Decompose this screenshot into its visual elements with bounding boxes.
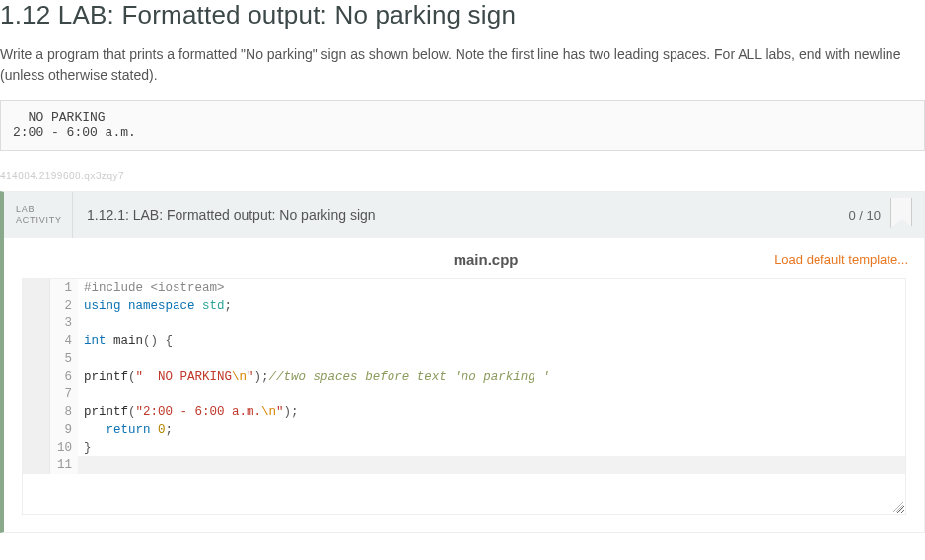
line-number: 11: [50, 456, 78, 474]
code-text[interactable]: [78, 315, 84, 332]
code-line[interactable]: 9 return 0;: [23, 421, 905, 439]
gutter: [36, 279, 50, 297]
gutter: [23, 385, 36, 403]
gutter: [23, 403, 36, 421]
gutter: [23, 332, 36, 350]
code-text[interactable]: #include <iostream>: [78, 279, 225, 297]
line-number: 7: [50, 385, 78, 403]
gutter: [36, 421, 50, 439]
code-text[interactable]: int main() {: [78, 332, 173, 350]
gutter: [36, 385, 50, 403]
bookmark-icon[interactable]: [890, 198, 912, 228]
gutter: [23, 315, 36, 332]
line-number: 3: [50, 315, 78, 332]
gutter: [36, 297, 50, 315]
lab-card: LAB ACTIVITY 1.12.1: LAB: Formatted outp…: [0, 191, 925, 533]
code-line[interactable]: 11: [23, 456, 905, 474]
code-text[interactable]: return 0;: [78, 421, 173, 439]
line-number: 5: [50, 350, 78, 368]
gutter: [36, 350, 50, 368]
load-default-template-link[interactable]: Load default template...: [774, 252, 908, 267]
gutter: [23, 368, 36, 385]
line-number: 4: [50, 332, 78, 350]
line-number: 6: [50, 368, 78, 385]
gutter: [23, 297, 36, 315]
code-editor[interactable]: 1#include <iostream>2using namespace std…: [22, 278, 906, 515]
line-number: 10: [50, 439, 78, 456]
filename-label: main.cpp: [197, 251, 774, 268]
gutter: [36, 368, 50, 385]
page-title: 1.12 LAB: Formatted output: No parking s…: [0, 0, 925, 44]
hash-id: 414084.2199608.qx3zqy7: [0, 167, 925, 191]
gutter: [23, 421, 36, 439]
code-line[interactable]: 4int main() {: [23, 332, 905, 350]
code-line[interactable]: 3: [23, 315, 905, 332]
code-text[interactable]: }: [78, 439, 92, 456]
code-line[interactable]: 5: [23, 350, 905, 368]
code-text[interactable]: using namespace std;: [78, 297, 232, 315]
gutter: [36, 332, 50, 350]
lab-activity-label-1: LAB: [16, 204, 72, 215]
gutter: [36, 315, 50, 332]
editor-toolbar: main.cpp Load default template...: [4, 238, 924, 278]
gutter: [23, 456, 36, 474]
resize-handle-icon[interactable]: [893, 502, 903, 512]
code-line[interactable]: 1#include <iostream>: [23, 279, 905, 297]
line-number: 9: [50, 421, 78, 439]
gutter: [23, 350, 36, 368]
gutter: [36, 439, 50, 456]
line-number: 2: [50, 297, 78, 315]
code-line[interactable]: 6printf(" NO PARKING\n");//two spaces be…: [23, 368, 905, 385]
gutter: [36, 403, 50, 421]
code-line[interactable]: 10}: [23, 439, 905, 456]
lab-activity-label-2: ACTIVITY: [16, 215, 72, 226]
code-line[interactable]: 7: [23, 385, 905, 403]
lab-description: Write a program that prints a formatted …: [0, 44, 925, 100]
code-text[interactable]: printf(" NO PARKING\n");//two spaces bef…: [78, 368, 550, 385]
gutter: [23, 279, 36, 297]
lab-activity-tag: LAB ACTIVITY: [4, 192, 73, 238]
code-text[interactable]: [78, 385, 84, 403]
code-text[interactable]: printf("2:00 - 6:00 a.m.\n");: [78, 403, 299, 421]
gutter: [36, 456, 50, 474]
code-text[interactable]: [78, 456, 84, 474]
lab-score: 0 / 10: [848, 208, 890, 223]
line-number: 1: [50, 279, 78, 297]
line-number: 8: [50, 403, 78, 421]
gutter: [23, 439, 36, 456]
lab-title: 1.12.1: LAB: Formatted output: No parkin…: [73, 207, 848, 223]
expected-output-box: NO PARKING 2:00 - 6:00 a.m.: [0, 100, 925, 151]
code-line[interactable]: 2using namespace std;: [23, 297, 905, 315]
code-text[interactable]: [78, 350, 84, 368]
lab-header: LAB ACTIVITY 1.12.1: LAB: Formatted outp…: [4, 192, 924, 238]
code-line[interactable]: 8printf("2:00 - 6:00 a.m.\n");: [23, 403, 905, 421]
